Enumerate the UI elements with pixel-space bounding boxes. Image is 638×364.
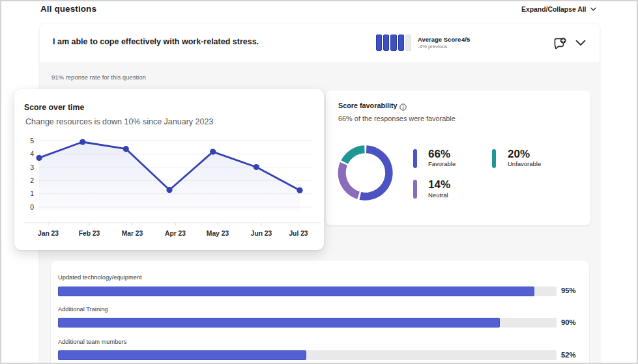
svg-text:Jan 23: Jan 23 [38,230,59,237]
svg-text:May 23: May 23 [207,230,229,237]
svg-text:Jul 23: Jul 23 [289,230,308,237]
svg-text:Apr 23: Apr 23 [165,230,186,237]
svg-text:5: 5 [30,137,34,145]
svg-text:Mar 23: Mar 23 [122,230,143,237]
svg-text:2: 2 [30,176,34,184]
svg-text:Jun 23: Jun 23 [251,230,272,237]
svg-text:4: 4 [30,150,34,158]
svg-text:3: 3 [30,163,34,171]
svg-text:Feb 23: Feb 23 [79,230,100,237]
svg-text:1: 1 [30,189,34,197]
svg-text:0: 0 [30,203,34,211]
